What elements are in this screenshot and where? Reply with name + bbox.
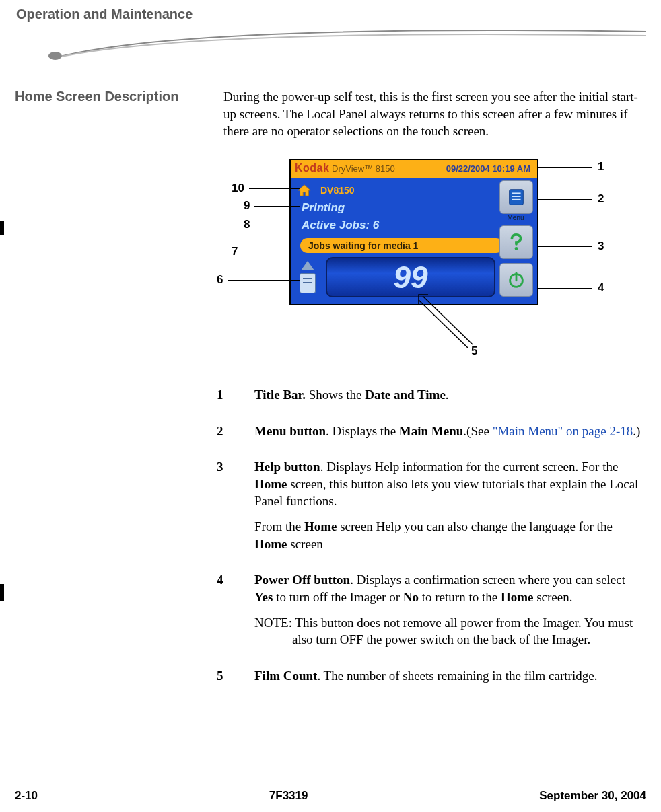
legend-list: 1 Title Bar. Shows the Date and Time. 2 … bbox=[217, 386, 646, 704]
section-heading: Home Screen Description bbox=[15, 88, 223, 105]
callout-5-arrow bbox=[417, 291, 485, 353]
legend-title: Film Count bbox=[254, 669, 317, 683]
home-screen-figure: Kodak DryView™ 8150 09/22/2004 10:19 AM bbox=[217, 159, 648, 367]
count-icons bbox=[296, 261, 319, 293]
legend-body: Help button. Displays Help information f… bbox=[254, 458, 646, 560]
note-body: This button does not remove all power fr… bbox=[292, 616, 633, 647]
help-button[interactable] bbox=[499, 225, 533, 259]
brand-sub: DryView™ 8150 bbox=[332, 163, 395, 174]
svg-point-5 bbox=[515, 247, 518, 250]
legend-text: . Displays a confirmation screen where y… bbox=[350, 573, 625, 587]
legend-text: Shows the bbox=[306, 387, 365, 402]
legend-item-1: 1 Title Bar. Shows the Date and Time. bbox=[217, 386, 646, 412]
svg-line-8 bbox=[423, 296, 473, 344]
active-jobs-label: Active Jobs: 6 bbox=[302, 217, 532, 234]
legend-text: screen, this button also lets you view t… bbox=[254, 477, 638, 509]
legend-body: Menu button. Displays the Main Menu.(See… bbox=[254, 422, 646, 448]
power-icon bbox=[506, 270, 526, 290]
legend-text: .) bbox=[633, 424, 640, 438]
legend-body: Power Off button. Displays a confirmatio… bbox=[254, 571, 646, 657]
change-bar bbox=[0, 221, 4, 235]
callout-4: 4 bbox=[598, 281, 604, 295]
legend-title: Title Bar. bbox=[254, 387, 306, 402]
footer-date: September 30, 2004 bbox=[539, 789, 646, 803]
datetime-label: 09/22/2004 10:19 AM bbox=[446, 160, 530, 178]
lead-line bbox=[538, 288, 592, 289]
home-icon bbox=[296, 183, 312, 198]
lead-line bbox=[228, 280, 300, 281]
footer-page: 2-10 bbox=[15, 789, 38, 803]
legend-bold: Home bbox=[254, 477, 287, 491]
brand-label: Kodak bbox=[295, 162, 329, 174]
legend-num: 4 bbox=[217, 571, 254, 657]
menu-label: Menu bbox=[499, 214, 532, 221]
status-message: Jobs waiting for media 1 bbox=[300, 238, 503, 253]
device-screen: Kodak DryView™ 8150 09/22/2004 10:19 AM bbox=[289, 159, 538, 305]
tray-open-icon bbox=[301, 261, 314, 270]
menu-button[interactable] bbox=[499, 180, 533, 214]
menu-icon bbox=[506, 187, 526, 207]
callout-1: 1 bbox=[598, 160, 604, 174]
legend-body: Film Count. The number of sheets remaini… bbox=[254, 667, 646, 693]
section-intro-row: Home Screen Description During the power… bbox=[15, 88, 646, 140]
legend-bold: Home bbox=[254, 537, 287, 551]
legend-text: . bbox=[446, 387, 449, 402]
legend-item-3: 3 Help button. Displays Help information… bbox=[217, 458, 646, 560]
lead-line bbox=[249, 188, 300, 190]
legend-num: 5 bbox=[217, 667, 254, 693]
legend-bold: Home bbox=[501, 590, 534, 604]
legend-title: Menu button bbox=[254, 424, 326, 438]
callout-3: 3 bbox=[598, 239, 604, 253]
page-footer: 2-10 7F3319 September 30, 2004 bbox=[15, 782, 646, 812]
legend-num: 1 bbox=[217, 386, 254, 412]
legend-num: 3 bbox=[217, 458, 254, 560]
legend-text: screen. bbox=[533, 590, 572, 604]
legend-bold: Main Menu bbox=[399, 424, 464, 438]
legend-item-4: 4 Power Off button. Displays a confirmat… bbox=[217, 571, 646, 657]
device-name: DV8150 bbox=[320, 182, 355, 199]
lead-line bbox=[254, 206, 300, 207]
legend-text: . Displays the bbox=[326, 424, 399, 438]
legend-text: to return to the bbox=[419, 590, 501, 604]
legend-bold: No bbox=[403, 590, 419, 604]
legend-text: screen Help you can also change the lang… bbox=[337, 519, 612, 533]
legend-bold: Home bbox=[304, 519, 337, 533]
callout-10: 10 bbox=[232, 182, 244, 195]
lead-line bbox=[254, 225, 300, 226]
legend-item-2: 2 Menu button. Displays the Main Menu.(S… bbox=[217, 422, 646, 448]
device-name-row: DV8150 bbox=[296, 182, 532, 199]
legend-text: .(See bbox=[463, 424, 492, 438]
screen-title-bar: Kodak DryView™ 8150 09/22/2004 10:19 AM bbox=[291, 160, 537, 178]
legend-text: screen bbox=[287, 537, 323, 551]
legend-body: Title Bar. Shows the Date and Time. bbox=[254, 386, 646, 412]
power-button[interactable] bbox=[499, 263, 533, 297]
change-bar bbox=[0, 584, 4, 601]
svg-point-0 bbox=[48, 52, 62, 60]
callout-7: 7 bbox=[232, 245, 238, 258]
legend-text: . Displays Help information for the curr… bbox=[320, 459, 619, 474]
legend-num: 2 bbox=[217, 422, 254, 448]
help-icon bbox=[506, 232, 526, 252]
chapter-title: Operation and Maintenance bbox=[16, 7, 646, 22]
callout-8: 8 bbox=[244, 218, 250, 231]
count-panel: 99 bbox=[296, 257, 532, 297]
legend-item-5: 5 Film Count. The number of sheets remai… bbox=[217, 667, 646, 693]
legend-text: . The number of sheets remaining in the … bbox=[317, 669, 597, 683]
legend-title: Power Off button bbox=[254, 573, 350, 587]
lead-line bbox=[538, 167, 592, 168]
callout-6: 6 bbox=[217, 273, 223, 287]
lead-line bbox=[242, 252, 300, 253]
legend-bold: Yes bbox=[254, 590, 273, 604]
legend-link[interactable]: "Main Menu" on page 2-18 bbox=[493, 424, 633, 438]
swoosh-divider bbox=[15, 28, 646, 61]
state-label: Printing bbox=[302, 199, 532, 217]
legend-title: Help button bbox=[254, 459, 320, 474]
callout-9: 9 bbox=[244, 199, 250, 213]
screen-body: Menu bbox=[291, 178, 537, 304]
note-label: NOTE: bbox=[254, 616, 292, 630]
lead-line bbox=[538, 246, 592, 248]
svg-line-9 bbox=[419, 300, 468, 348]
film-icon bbox=[300, 273, 316, 293]
footer-doc-id: 7F3319 bbox=[269, 789, 308, 803]
button-panel: Menu bbox=[499, 180, 532, 297]
